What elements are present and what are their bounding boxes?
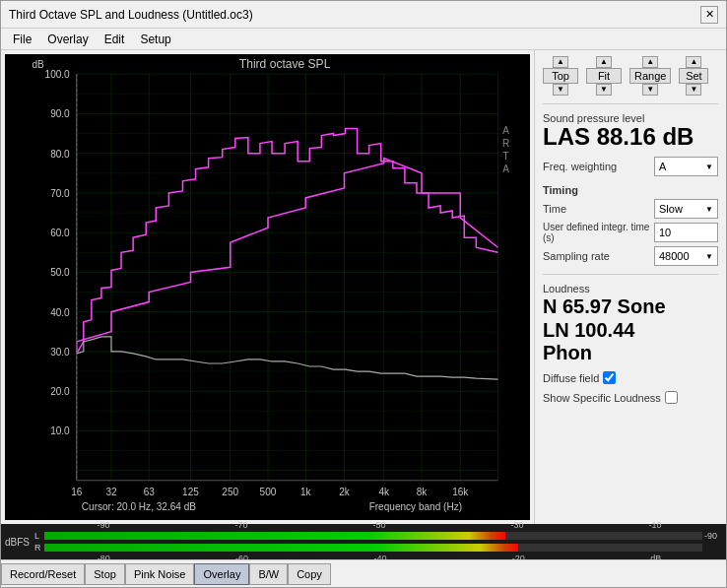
spl-section: Sound pressure level LAS 88.16 dB [543, 103, 718, 150]
l-bar-fill [44, 532, 505, 540]
svg-text:8k: 8k [417, 487, 429, 497]
range-down-button[interactable]: ▼ [642, 84, 658, 96]
r-bar-row: R [34, 543, 724, 553]
set-up-button[interactable]: ▲ [686, 56, 701, 68]
svg-text:250: 250 [222, 487, 238, 497]
show-specific-row: Show Specific Loudness [543, 391, 718, 404]
svg-text:1k: 1k [300, 487, 312, 497]
svg-text:2k: 2k [339, 487, 351, 497]
time-dropdown[interactable]: Slow ▼ [654, 199, 718, 219]
stop-button[interactable]: Stop [85, 563, 125, 585]
copy-button[interactable]: Copy [288, 563, 331, 585]
fit-spinner-group: ▲ Fit ▼ [586, 56, 622, 96]
set-button[interactable]: Set [679, 68, 708, 84]
close-button[interactable]: ✕ [700, 6, 718, 24]
bw-button[interactable]: B/W [249, 563, 288, 585]
loudness-section: Loudness N 65.97 Sone LN 100.44 Phon [543, 274, 718, 364]
l-db-end: -90 [704, 531, 724, 541]
timing-label: Timing [543, 184, 718, 196]
set-spinner-group: ▲ Set ▼ [679, 56, 708, 96]
r-label: R [34, 543, 42, 553]
range-label: Range [629, 68, 671, 84]
meter-scale-top: -90 -70 -50 -30 -10 [33, 520, 726, 530]
freq-weighting-arrow: ▼ [705, 163, 713, 171]
svg-text:16: 16 [71, 487, 83, 497]
svg-text:R: R [502, 138, 509, 149]
scale-minus30: -30 [510, 520, 523, 530]
svg-text:63: 63 [144, 487, 156, 497]
svg-text:60.0: 60.0 [50, 228, 70, 238]
right-panel: ▲ Top ▼ ▲ Fit ▼ ▲ Range ▼ ▲ Set ▼ [534, 50, 726, 524]
svg-text:40.0: 40.0 [50, 307, 70, 318]
menu-edit[interactable]: Edit [97, 31, 133, 48]
title-bar: Third Octave SPL and Loudness (Untitled.… [1, 1, 726, 29]
svg-text:16k: 16k [452, 487, 469, 497]
r-bar-bg [44, 544, 702, 552]
svg-text:10.0: 10.0 [50, 425, 70, 436]
diffuse-field-row: Diffuse field [543, 371, 718, 384]
svg-text:90.0: 90.0 [50, 108, 70, 119]
top-down-button[interactable]: ▼ [553, 84, 568, 96]
freq-weighting-dropdown[interactable]: A ▼ [654, 157, 718, 176]
sampling-row: Sampling rate 48000 ▼ [543, 246, 718, 266]
show-specific-checkbox[interactable] [665, 391, 678, 404]
svg-text:Third octave SPL: Third octave SPL [239, 57, 331, 71]
svg-text:30.0: 30.0 [50, 347, 70, 358]
svg-text:32: 32 [105, 487, 117, 497]
time-arrow: ▼ [705, 205, 713, 214]
menu-file[interactable]: File [5, 31, 39, 48]
svg-text:T: T [502, 151, 508, 162]
phon-label: Phon [543, 342, 718, 364]
svg-text:500: 500 [260, 487, 277, 497]
r-bar-fill [44, 544, 518, 552]
svg-rect-0 [22, 54, 512, 520]
svg-text:20.0: 20.0 [50, 386, 70, 397]
set-down-button[interactable]: ▼ [686, 84, 701, 96]
record-reset-button[interactable]: Record/Reset [1, 563, 85, 585]
overlay-button[interactable]: Overlay [194, 563, 249, 585]
chart-area: 100.0 90.0 80.0 70.0 60.0 50.0 40.0 30.0… [5, 54, 530, 520]
l-bar-bg [44, 532, 702, 540]
scale-minus10: -10 [648, 520, 661, 530]
loudness-label: Loudness [543, 283, 718, 294]
time-row: Time Slow ▼ [543, 199, 718, 219]
user-defined-label: User defined integr. time (s) [543, 222, 654, 243]
top-button[interactable]: Top [543, 68, 578, 84]
svg-text:50.0: 50.0 [50, 267, 70, 278]
scale-minus50: -50 [372, 520, 385, 530]
top-up-button[interactable]: ▲ [553, 56, 568, 68]
freq-weighting-row: Freq. weighting A ▼ [543, 157, 718, 176]
sampling-label: Sampling rate [543, 250, 654, 262]
chart-svg: 100.0 90.0 80.0 70.0 60.0 50.0 40.0 30.0… [5, 54, 530, 520]
top-spinner-group: ▲ Top ▼ [543, 56, 578, 96]
main-content: 100.0 90.0 80.0 70.0 60.0 50.0 40.0 30.0… [1, 50, 726, 524]
show-specific-label: Show Specific Loudness [543, 392, 661, 404]
meter-content: -90 -70 -50 -30 -10 L -90 R [33, 524, 726, 559]
pink-noise-button[interactable]: Pink Noise [125, 563, 195, 585]
bottom-area: dBFS -90 -70 -50 -30 -10 L -90 [1, 524, 726, 587]
range-up-button[interactable]: ▲ [642, 56, 658, 68]
sampling-dropdown[interactable]: 48000 ▼ [654, 246, 718, 266]
svg-text:4k: 4k [378, 487, 390, 497]
menu-setup[interactable]: Setup [132, 31, 178, 48]
menu-overlay[interactable]: Overlay [39, 31, 96, 48]
svg-text:A: A [502, 125, 509, 136]
svg-text:A: A [502, 163, 509, 174]
diffuse-field-checkbox[interactable] [603, 371, 616, 384]
user-defined-input[interactable] [654, 223, 718, 242]
ln-value: LN 100.44 [543, 318, 718, 342]
l-label: L [34, 531, 42, 541]
svg-text:Frequency band (Hz): Frequency band (Hz) [369, 501, 462, 512]
dbfs-label: dBFS [1, 524, 33, 559]
fit-down-button[interactable]: ▼ [596, 84, 612, 96]
svg-text:Cursor:  20.0 Hz, 32.64 dB: Cursor: 20.0 Hz, 32.64 dB [82, 501, 196, 512]
n-value: N 65.97 Sone [543, 294, 718, 318]
svg-text:80.0: 80.0 [50, 149, 70, 160]
fit-up-button[interactable]: ▲ [596, 56, 612, 68]
diffuse-field-label: Diffuse field [543, 372, 599, 384]
range-spinner-group: ▲ Range ▼ [629, 56, 671, 96]
svg-text:100.0: 100.0 [45, 69, 71, 80]
l-bar-row: L -90 [34, 531, 724, 541]
level-meter: dBFS -90 -70 -50 -30 -10 L -90 [1, 524, 726, 559]
fit-button[interactable]: Fit [586, 68, 622, 84]
